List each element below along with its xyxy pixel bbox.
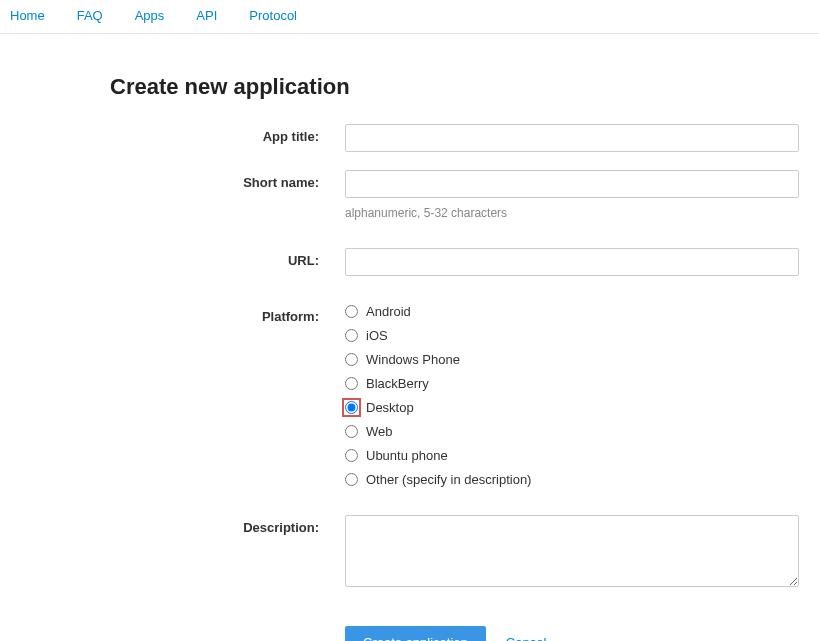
platform-option-android[interactable]: Android — [345, 304, 799, 319]
input-app-title[interactable] — [345, 124, 799, 152]
hint-short-name: alphanumeric, 5-32 characters — [345, 206, 799, 220]
nav-home[interactable]: Home — [10, 8, 45, 23]
nav-api[interactable]: API — [196, 8, 217, 23]
cancel-link[interactable]: Cancel — [506, 635, 546, 641]
row-buttons: Create application Cancel — [20, 608, 799, 641]
platform-option-bb[interactable]: BlackBerry — [345, 376, 799, 391]
platform-radio-bb[interactable] — [345, 377, 358, 390]
row-platform: Platform: AndroidiOSWindows PhoneBlackBe… — [20, 304, 799, 487]
platform-label-desktop[interactable]: Desktop — [366, 400, 414, 415]
nav-apps[interactable]: Apps — [135, 8, 165, 23]
row-url: URL: — [20, 248, 799, 276]
platform-label-other[interactable]: Other (specify in description) — [366, 472, 531, 487]
label-app-title: App title: — [20, 124, 345, 144]
label-description: Description: — [20, 515, 345, 535]
row-app-title: App title: — [20, 124, 799, 152]
top-nav: Home FAQ Apps API Protocol — [0, 0, 819, 34]
main-container: Create new application App title: Short … — [0, 34, 819, 641]
platform-label-ios[interactable]: iOS — [366, 328, 388, 343]
platform-radio-list: AndroidiOSWindows PhoneBlackBerryDesktop… — [345, 304, 799, 487]
platform-radio-ubuntu[interactable] — [345, 449, 358, 462]
platform-option-wp[interactable]: Windows Phone — [345, 352, 799, 367]
hint-row-short-name: alphanumeric, 5-32 characters — [20, 202, 799, 220]
platform-option-ubuntu[interactable]: Ubuntu phone — [345, 448, 799, 463]
platform-radio-web[interactable] — [345, 425, 358, 438]
platform-option-other[interactable]: Other (specify in description) — [345, 472, 799, 487]
nav-protocol[interactable]: Protocol — [249, 8, 297, 23]
input-short-name[interactable] — [345, 170, 799, 198]
label-platform: Platform: — [20, 304, 345, 324]
platform-label-wp[interactable]: Windows Phone — [366, 352, 460, 367]
nav-faq[interactable]: FAQ — [77, 8, 103, 23]
platform-radio-desktop[interactable] — [345, 401, 358, 414]
label-url: URL: — [20, 248, 345, 268]
platform-radio-wp[interactable] — [345, 353, 358, 366]
platform-label-ubuntu[interactable]: Ubuntu phone — [366, 448, 448, 463]
label-short-name: Short name: — [20, 170, 345, 190]
platform-option-ios[interactable]: iOS — [345, 328, 799, 343]
platform-radio-other[interactable] — [345, 473, 358, 486]
platform-radio-android[interactable] — [345, 305, 358, 318]
page-title: Create new application — [110, 74, 799, 100]
input-url[interactable] — [345, 248, 799, 276]
platform-label-web[interactable]: Web — [366, 424, 393, 439]
input-description[interactable] — [345, 515, 799, 587]
platform-option-desktop[interactable]: Desktop — [345, 400, 799, 415]
row-description: Description: — [20, 515, 799, 590]
platform-option-web[interactable]: Web — [345, 424, 799, 439]
platform-radio-ios[interactable] — [345, 329, 358, 342]
platform-label-android[interactable]: Android — [366, 304, 411, 319]
row-short-name: Short name: — [20, 170, 799, 198]
platform-label-bb[interactable]: BlackBerry — [366, 376, 429, 391]
create-application-button[interactable]: Create application — [345, 626, 486, 641]
